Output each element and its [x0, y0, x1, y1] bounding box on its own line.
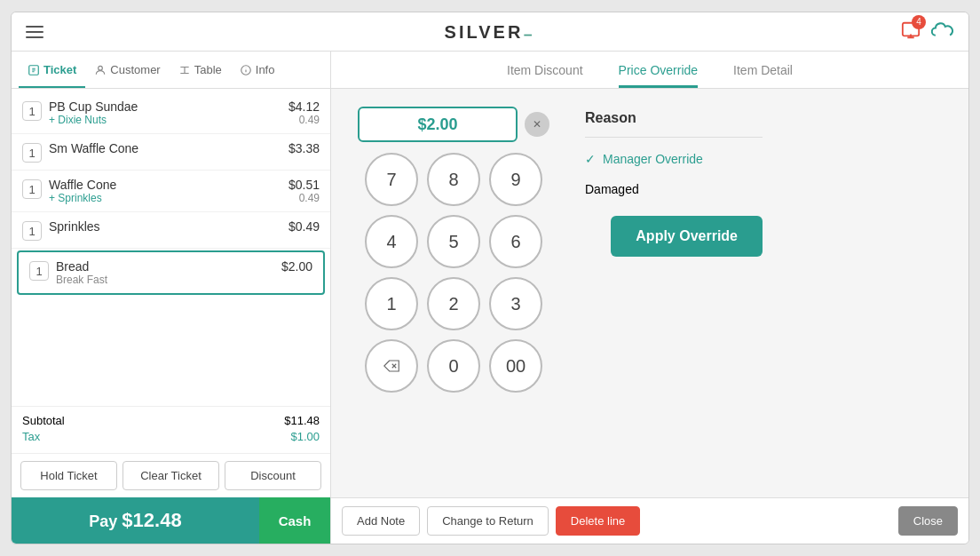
item-price-col: $0.49: [288, 219, 320, 234]
reason-section: Reason ✓ Manager Override Damaged Apply …: [585, 107, 763, 257]
pay-label: Pay: [89, 512, 122, 530]
header: SILVER₋ 4: [12, 12, 968, 52]
modifier-price: 0.49: [299, 114, 320, 126]
num-btn-2[interactable]: 2: [427, 277, 480, 330]
item-name: Sm Waffle Cone: [49, 141, 281, 155]
reason-item-manager-label: Manager Override: [603, 152, 703, 166]
item-details: Sm Waffle Cone: [49, 141, 281, 155]
item-price: $0.49: [288, 219, 320, 234]
tab-table[interactable]: Table: [170, 52, 231, 88]
app-title: SILVER₋: [445, 21, 536, 43]
tax-row: Tax $1.00: [22, 430, 320, 443]
header-icons: 4: [901, 20, 954, 44]
item-quantity: 1: [22, 143, 42, 163]
num-btn-3[interactable]: 3: [489, 277, 542, 330]
num-btn-6[interactable]: 6: [489, 215, 542, 268]
tab-ticket-label: Ticket: [43, 63, 76, 76]
hold-ticket-button[interactable]: Hold Ticket: [20, 461, 117, 490]
tab-info[interactable]: Info: [231, 52, 284, 88]
tab-ticket[interactable]: Ticket: [19, 52, 85, 88]
subtotal-row: Subtotal $11.48: [22, 414, 320, 427]
discount-button[interactable]: Discount: [225, 461, 321, 490]
item-modifier: + Dixie Nuts: [49, 114, 281, 126]
num-btn-1[interactable]: 1: [365, 277, 418, 330]
tab-item-discount-label: Item Discount: [507, 63, 583, 77]
item-price-col: $2.00: [281, 259, 312, 274]
right-tab-bar: Item Discount Price Override Item Detail: [331, 52, 968, 89]
item-sub-name: Break Fast: [56, 274, 274, 286]
item-name: Waffle Cone: [49, 178, 281, 192]
body: Ticket Customer Table Info: [12, 52, 968, 544]
numpad-section: $2.00 ✕ 7 8 9 4 5 6 1 2: [358, 107, 549, 393]
item-quantity: 1: [22, 101, 42, 121]
svg-point-7: [99, 66, 103, 70]
item-quantity: 1: [22, 179, 42, 199]
check-icon: ✓: [585, 152, 596, 166]
clear-input-button[interactable]: ✕: [525, 112, 549, 137]
tab-customer-label: Customer: [110, 63, 160, 76]
num-btn-7[interactable]: 7: [365, 153, 418, 206]
reason-item-manager[interactable]: ✓ Manager Override: [585, 148, 763, 170]
change-to-return-button[interactable]: Change to Return: [427, 506, 549, 536]
item-quantity: 1: [22, 221, 42, 241]
subtotal-value: $11.48: [284, 414, 320, 427]
item-price-col: $4.12 0.49: [288, 99, 320, 126]
tab-customer[interactable]: Customer: [85, 52, 169, 88]
reason-divider: [585, 137, 763, 138]
num-btn-4[interactable]: 4: [365, 215, 418, 268]
pay-area: Pay $12.48 Cash: [12, 497, 330, 544]
pay-button[interactable]: Pay $12.48: [12, 497, 259, 544]
item-details: Waffle Cone + Sprinkles: [49, 178, 281, 204]
right-panel: Item Discount Price Override Item Detail: [331, 52, 968, 544]
delete-line-button[interactable]: Delete line: [556, 506, 640, 536]
item-price: $3.38: [288, 141, 320, 155]
item-details: Sprinkles: [49, 219, 281, 234]
num-btn-5[interactable]: 5: [427, 215, 480, 268]
close-button[interactable]: Close: [898, 506, 958, 536]
main-container: SILVER₋ 4: [11, 12, 969, 544]
modifier-price: 0.49: [299, 192, 320, 204]
list-item[interactable]: 1 Waffle Cone + Sprinkles $0.51 0.49: [12, 171, 330, 212]
bottom-bar: Add Note Change to Return Delete line Cl…: [331, 497, 968, 544]
left-panel: Ticket Customer Table Info: [12, 52, 331, 544]
tab-item-detail[interactable]: Item Detail: [733, 52, 793, 88]
item-quantity: 1: [29, 261, 49, 281]
tab-item-discount[interactable]: Item Discount: [507, 52, 583, 88]
list-item[interactable]: 1 Bread Break Fast $2.00: [17, 250, 325, 295]
reason-item-damaged[interactable]: Damaged: [585, 179, 763, 200]
clear-ticket-button[interactable]: Clear Ticket: [122, 461, 219, 490]
num-btn-9[interactable]: 9: [489, 153, 542, 206]
tab-price-override-label: Price Override: [619, 63, 698, 77]
tab-price-override[interactable]: Price Override: [619, 52, 698, 88]
add-note-button[interactable]: Add Note: [342, 506, 420, 536]
reason-item-damaged-label: Damaged: [585, 182, 639, 196]
apply-override-button[interactable]: Apply Override: [611, 216, 763, 257]
price-input-box[interactable]: $2.00: [358, 107, 518, 142]
num-btn-backspace[interactable]: [365, 339, 418, 393]
item-details: PB Cup Sundae + Dixie Nuts: [49, 99, 281, 126]
item-price: $0.51: [288, 178, 320, 192]
item-modifier: + Sprinkles: [49, 192, 281, 204]
num-btn-0[interactable]: 0: [427, 339, 480, 393]
num-btn-8[interactable]: 8: [427, 153, 480, 206]
tab-item-detail-label: Item Detail: [733, 63, 793, 77]
subtotal-area: Subtotal $11.48 Tax $1.00: [12, 406, 330, 453]
override-area: $2.00 ✕ 7 8 9 4 5 6 1 2: [358, 107, 942, 480]
cash-button[interactable]: Cash: [259, 497, 330, 544]
menu-button[interactable]: [26, 26, 43, 38]
list-item[interactable]: 1 PB Cup Sundae + Dixie Nuts $4.12 0.49: [12, 92, 330, 134]
item-price-col: $0.51 0.49: [288, 178, 320, 204]
item-details: Bread Break Fast: [56, 259, 274, 286]
item-price: $2.00: [281, 259, 312, 274]
num-btn-00[interactable]: 00: [489, 339, 542, 393]
pay-amount: $12.48: [122, 509, 181, 531]
notifications-button[interactable]: 4: [901, 20, 921, 44]
cloud-icon[interactable]: [931, 20, 954, 44]
right-content: $2.00 ✕ 7 8 9 4 5 6 1 2: [331, 89, 968, 497]
list-item[interactable]: 1 Sprinkles $0.49: [12, 212, 330, 249]
notification-count: 4: [912, 15, 926, 29]
list-item[interactable]: 1 Sm Waffle Cone $3.38: [12, 134, 330, 171]
item-name: PB Cup Sundae: [49, 99, 281, 114]
tab-info-label: Info: [256, 63, 275, 76]
price-input-row: $2.00 ✕: [358, 107, 549, 142]
